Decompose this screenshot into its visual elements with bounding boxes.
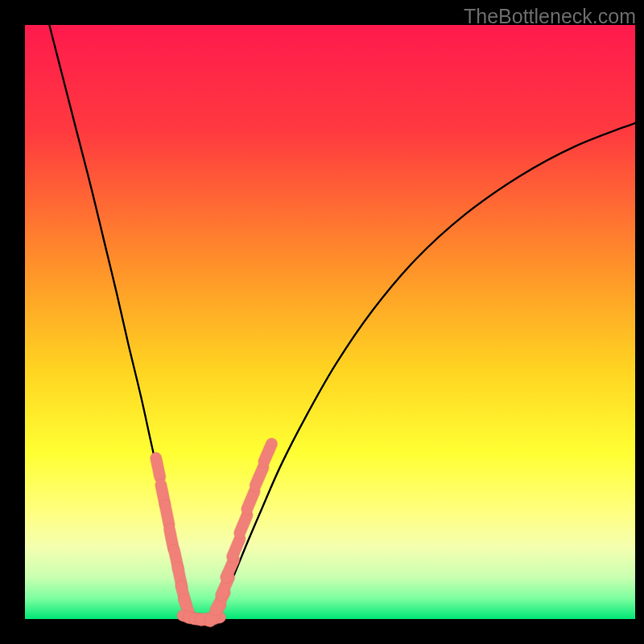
bead [165, 506, 169, 525]
bead [264, 444, 272, 461]
bead [156, 458, 160, 477]
bead [255, 468, 263, 485]
bottleneck-chart [0, 0, 644, 644]
watermark-text: TheBottleneck.com [464, 5, 636, 28]
bead [240, 515, 247, 533]
gradient-background [25, 25, 635, 619]
chart-frame: TheBottleneck.com [0, 0, 644, 644]
bead [247, 491, 254, 509]
bead [233, 539, 240, 556]
